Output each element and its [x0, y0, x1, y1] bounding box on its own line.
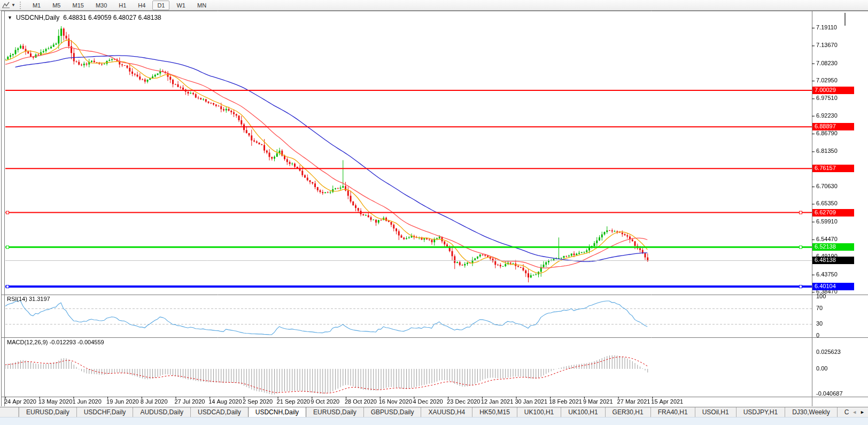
timeframe-button[interactable]: MN — [192, 1, 211, 10]
chart-cursor-tool[interactable]: ▼ — [2, 2, 15, 9]
chart-symbol-period: USDCNH,Daily — [16, 14, 59, 21]
timeframe-button[interactable]: D1 — [152, 1, 169, 10]
chart-tab[interactable]: XAUUSD,H4 — [421, 407, 472, 417]
rsi-indicator-label: RSI(14) 31.3197 — [7, 296, 50, 302]
chart-tab[interactable]: FRA40,H1 — [650, 407, 695, 417]
status-strip — [0, 417, 868, 425]
chart-tab-bar: EURUSD,DailyUSDCHF,DailyAUDUSD,DailyUSDC… — [0, 407, 868, 417]
chart-tab[interactable]: USOil,H1 — [695, 407, 736, 417]
chart-tab[interactable]: GER30,H1 — [605, 407, 650, 417]
chart-canvas[interactable] — [0, 11, 868, 407]
chart-tab[interactable]: EURUSD,Daily — [19, 407, 76, 417]
chart-tab[interactable]: EURUSD,Daily — [306, 407, 363, 417]
chart-tabs: EURUSD,DailyUSDCHF,DailyAUDUSD,DailyUSDC… — [19, 407, 849, 417]
chart-tab[interactable]: USDCAD,Daily — [190, 407, 248, 417]
chart-tab[interactable]: HK50,M15 — [472, 407, 517, 417]
chart-tab[interactable]: USDCNH,Daily — [248, 407, 306, 417]
macd-indicator-label: MACD(12,26,9) -0.012293 -0.004559 — [7, 339, 104, 345]
timeframe-button[interactable]: M15 — [67, 1, 88, 10]
chart-tab[interactable]: USDCHF,Daily — [76, 407, 133, 417]
chart-tab[interactable]: AUDUSD,Daily — [133, 407, 190, 417]
timeframe-button[interactable]: H1 — [114, 1, 131, 10]
dropdown-caret-icon[interactable]: ▼ — [11, 3, 15, 7]
chart-title: ▼ USDCNH,Daily 6.48831 6.49059 6.48027 6… — [7, 14, 161, 21]
chart-tab[interactable]: GBPUSD,Daily — [363, 407, 421, 417]
timeframe-button[interactable]: M5 — [48, 1, 65, 10]
timeframe-button[interactable]: M1 — [28, 1, 45, 10]
timeframe-button[interactable]: M30 — [91, 1, 112, 10]
chart-ohlc-values: 6.48831 6.49059 6.48027 6.48138 — [63, 14, 161, 21]
timeframe-buttons: M1M5M15M30H1H4D1W1MN — [28, 1, 211, 10]
collapse-caret-icon[interactable]: ▼ — [7, 15, 12, 20]
timeframe-button[interactable]: H4 — [133, 1, 150, 10]
chart-tab[interactable]: UK100,H1 — [561, 407, 604, 417]
tabs-scroll-right-icon[interactable]: ► — [860, 409, 865, 415]
chart-tab[interactable]: CHINA300,H1 — [837, 407, 849, 417]
tab-bar-spacer — [0, 407, 19, 417]
chart-tab[interactable]: USDJPY,H1 — [736, 407, 785, 417]
tabs-scroll-left-icon[interactable]: ◄ — [852, 409, 857, 415]
toolbar-grip — [20, 2, 22, 9]
timeframe-button[interactable]: W1 — [172, 1, 190, 10]
chart-tab[interactable]: DJ30,Weekly — [785, 407, 836, 417]
chart-tab[interactable]: UK100,H1 — [517, 407, 561, 417]
top-toolbar: ▼ M1M5M15M30H1H4D1W1MN — [0, 0, 868, 11]
chart-line-icon — [2, 2, 10, 9]
